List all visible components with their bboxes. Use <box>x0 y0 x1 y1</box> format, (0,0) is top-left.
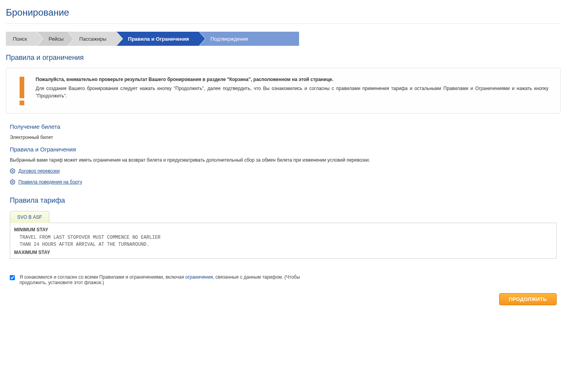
agree-text: Я ознакомился и согласен со всеми Правил… <box>20 274 323 285</box>
breadcrumb-confirm[interactable]: Подтверждение <box>199 32 299 46</box>
breadcrumb-label: Поиск <box>13 36 27 42</box>
conduct-link[interactable]: Правила поведения на борту <box>18 179 82 185</box>
gear-icon <box>10 179 15 185</box>
contract-link[interactable]: Договор перевозки <box>18 168 60 174</box>
svg-point-1 <box>12 181 13 183</box>
breadcrumb-label: Пассажиры <box>79 36 106 42</box>
rule-text: THAN 24 HOURS AFTER ARRIVAL AT THE TURNA… <box>14 241 552 248</box>
fare-tab[interactable]: SVO В ASF <box>10 211 49 223</box>
notice-body: Пожалуйста, внимательно проверьте резуль… <box>36 76 548 105</box>
rule-text: TRAVEL FROM LAST STOPOVER MUST COMMENCE … <box>14 234 552 241</box>
breadcrumb-rules[interactable]: Правила и Ограничения <box>116 32 199 46</box>
breadcrumb-label: Рейсы <box>49 36 63 42</box>
ticket-heading: Получение билета <box>10 123 557 130</box>
breadcrumb-search[interactable]: Поиск <box>6 32 37 46</box>
divider <box>6 23 561 24</box>
notice-bold-text: Пожалуйста, внимательно проверьте резуль… <box>36 76 548 83</box>
agree-pre: Я ознакомился и согласен со всеми Правил… <box>20 274 185 280</box>
notice-text: Для создания Вашего бронирования следует… <box>36 86 548 99</box>
agree-row: Я ознакомился и согласен со всеми Правил… <box>10 274 323 285</box>
fare-rules-pane[interactable]: MINIMUM STAY TRAVEL FROM LAST STOPOVER M… <box>10 223 557 259</box>
rule-heading: MINIMUM STAY <box>14 226 552 233</box>
gear-icon <box>10 168 15 174</box>
notice-box: Пожалуйста, внимательно проверьте резуль… <box>6 68 561 113</box>
rule-heading: MAXIMUM STAY <box>14 249 552 256</box>
rules-section-title: Правила и ограничения <box>6 54 561 62</box>
breadcrumb-label: Правила и Ограничения <box>128 36 189 42</box>
restrictions-inline-link[interactable]: ограничения <box>185 274 213 280</box>
restrictions-heading: Правила и Ограничения <box>10 146 557 153</box>
continue-button[interactable]: ПРОДОЛЖИТЬ <box>499 293 557 305</box>
ticket-type: Электронный билет <box>10 135 557 140</box>
fare-rules-title: Правила тарифа <box>10 196 561 205</box>
agree-checkbox[interactable] <box>10 275 15 280</box>
breadcrumb-passengers[interactable]: Пассажиры <box>67 32 116 46</box>
restrictions-text: Выбранный вами тариф может иметь огранич… <box>10 157 557 163</box>
page-title: Бронирование <box>6 7 561 18</box>
svg-point-0 <box>12 170 13 172</box>
breadcrumb-label: Подтверждение <box>211 36 248 42</box>
breadcrumb: Поиск Рейсы Пассажиры Правила и Ограниче… <box>6 32 561 46</box>
warning-icon <box>18 76 26 105</box>
